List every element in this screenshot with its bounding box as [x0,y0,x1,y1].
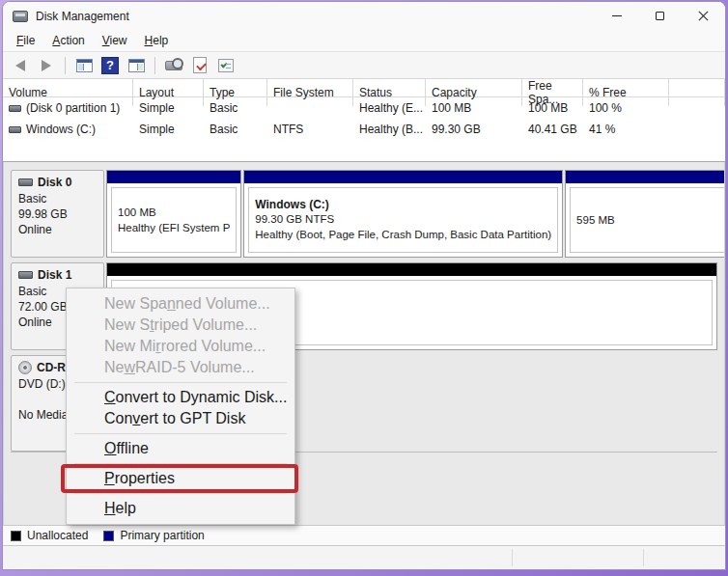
cell-free-space: 100 MB [522,101,583,115]
menu-separator [74,382,287,383]
partition-status: Healthy (EFI System P [118,220,230,235]
toolbar: ? [3,51,725,79]
cell-free-space: 40.41 GB [522,123,583,136]
annotation-highlight-box [61,464,298,493]
minimize-icon [612,15,622,16]
partition-title: Windows (C:) [255,198,551,211]
cell-status: Healthy (B... [353,123,426,136]
window-title: Disk Management [36,10,129,23]
table-row[interactable]: (Disk 0 partition 1) Simple Basic Health… [3,97,725,119]
title-bar[interactable]: Disk Management [3,2,725,30]
primary-partition-swatch [103,531,114,541]
menu-item-new-mirrored-volume: New Mirrored Volume... [67,336,294,357]
menu-separator [74,433,287,434]
disk0-size: 99.98 GB [18,206,97,222]
menu-item-new-spanned-volume: New Spanned Volume... [67,293,294,315]
help-button[interactable]: ? [99,55,121,76]
cell-capacity: 100 MB [426,101,522,115]
inspect-disk-button[interactable] [163,55,184,76]
cell-status: Healthy (E... [353,101,426,115]
partition-recovery[interactable]: 595 MB [565,170,725,258]
cell-file-system: NTFS [267,123,353,136]
console-tree-icon [76,59,93,72]
volume-icon [9,126,21,133]
cd-disc-icon [18,361,32,374]
back-button[interactable] [10,55,31,76]
partition-efi[interactable]: 100 MB Healthy (EFI System P [106,170,241,258]
cell-capacity: 99.30 GB [426,123,522,136]
primary-partition-bar [107,171,240,183]
cell-pct-free: 41 % [583,123,669,136]
disk0-row: Disk 0 Basic 99.98 GB Online 100 MB Heal… [11,170,717,258]
menu-separator [74,463,287,464]
primary-partition-bar [566,171,725,183]
maximize-button[interactable] [638,2,682,30]
menu-file[interactable]: File [9,32,42,49]
menu-action[interactable]: Action [44,32,92,49]
cell-layout: Simple [133,123,204,136]
cell-type: Basic [204,101,267,115]
disk0-label-panel[interactable]: Disk 0 Basic 99.98 GB Online [11,170,104,258]
check-document-button[interactable] [189,55,210,76]
column-header-file-system[interactable]: File System [267,79,353,106]
menu-item-convert-to-gpt-disk[interactable]: Convert to GPT Disk [67,408,294,429]
volume-icon [9,105,21,112]
menu-item-offline[interactable]: Offline [67,438,294,459]
check-document-icon [193,57,207,73]
partition-status: Healthy (Boot, Page File, Crash Dump, Ba… [255,227,551,242]
unallocated-swatch [11,531,21,541]
disk-icon [18,178,33,186]
volume-name: Windows (C:) [26,123,96,136]
partition-size: 595 MB [576,212,725,228]
forward-button[interactable] [36,55,57,76]
minimize-button[interactable] [595,2,638,30]
partition-windows-c[interactable]: Windows (C:) 99.30 GB NTFS Healthy (Boot… [243,170,563,258]
legend-bar: Unallocated Primary partition [3,525,725,546]
properties-list-button[interactable] [215,55,237,76]
partition-size: 99.30 GB NTFS [255,211,551,227]
show-action-pane-button[interactable] [126,55,147,76]
status-separator [512,549,513,566]
disk-management-app-icon [13,11,28,22]
disk0-name: Disk 0 [38,176,71,189]
disk1-context-menu: New Spanned Volume... New Striped Volume… [66,288,295,525]
primary-partition-bar [244,171,562,183]
status-bar [3,546,725,569]
toolbar-separator [65,57,66,74]
legend-primary-partition: Primary partition [103,529,204,542]
cell-type: Basic [204,123,267,136]
menu-item-convert-to-dynamic-disk[interactable]: Convert to Dynamic Disk... [67,387,294,408]
menu-help[interactable]: Help [137,32,177,49]
legend-label: Primary partition [120,529,204,542]
close-icon [698,11,709,21]
menu-item-new-striped-volume: New Striped Volume... [67,315,294,336]
menu-view[interactable]: View [95,32,135,49]
menu-item-new-raid5-volume: New RAID-5 Volume... [67,357,294,378]
maximize-icon [656,12,664,20]
unallocated-bar [107,263,716,276]
back-icon [15,60,25,71]
disk0-kind: Basic [18,191,97,206]
desktop-background: Disk Management File Action View Help ? [0,0,728,576]
toolbar-separator [154,57,155,74]
status-separator [643,549,644,566]
table-row[interactable]: Windows (C:) Simple Basic NTFS Healthy (… [3,119,725,140]
show-console-tree-button[interactable] [73,55,95,76]
menu-item-properties[interactable]: Properties [67,468,294,489]
volume-name: (Disk 0 partition 1) [26,101,120,115]
volume-list: Volume Layout Type File System Status Ca… [3,79,725,162]
menu-item-help[interactable]: Help [67,498,294,519]
close-button[interactable] [682,2,725,30]
inspect-disk-icon [165,61,182,70]
menu-separator [74,493,287,494]
column-header-spacer [669,79,725,106]
menu-bar: File Action View Help [3,30,725,51]
disk0-state: Online [18,222,97,237]
forward-icon [42,60,51,71]
properties-list-icon [218,59,234,72]
partition-size: 100 MB [118,205,230,220]
legend-unallocated: Unallocated [11,529,88,542]
cell-pct-free: 100 % [583,101,669,115]
legend-label: Unallocated [27,529,88,542]
volume-list-header: Volume Layout Type File System Status Ca… [3,79,725,97]
